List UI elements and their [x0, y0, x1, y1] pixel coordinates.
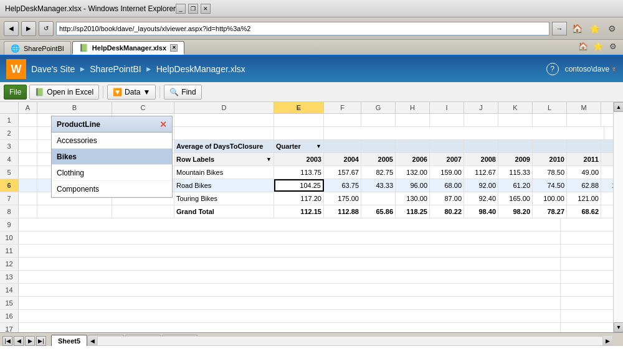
breadcrumb-site[interactable]: Dave's Site — [31, 64, 75, 74]
row-labels-dropdown-icon[interactable]: ▼ — [266, 156, 272, 162]
tab-sharepoint[interactable]: 🌐 SharePointBI — [4, 41, 71, 55]
cell-h1[interactable] — [396, 114, 430, 126]
cell-h4-2006[interactable]: 2006 — [396, 153, 430, 166]
sheet-first-button[interactable]: |◀ — [2, 336, 12, 346]
cell-j7-val[interactable]: 92.40 — [464, 192, 498, 205]
cell-e3-quarter[interactable]: Quarter ▼ — [274, 140, 324, 152]
cell-a1[interactable] — [19, 114, 37, 126]
vertical-scrollbar[interactable]: ▲ ▼ — [613, 102, 623, 332]
cell-i3[interactable] — [430, 140, 464, 152]
cell-i1[interactable] — [430, 114, 464, 126]
cell-d3-pivot-header[interactable]: Average of DaysToClosure — [174, 140, 274, 152]
cell-g6-val[interactable]: 43.33 — [361, 179, 396, 192]
cell-m7-val[interactable]: 121.00 — [567, 192, 601, 205]
cell-h3[interactable] — [396, 140, 430, 152]
cell-l8-val[interactable]: 78.27 — [533, 205, 567, 218]
cell-g4-2005[interactable]: 2005 — [361, 153, 396, 166]
col-header-j[interactable]: J — [464, 102, 498, 113]
cell-j4-2008[interactable]: 2008 — [464, 153, 498, 166]
cell-l5-val[interactable]: 78.50 — [533, 166, 567, 179]
cell-k8-val[interactable]: 98.20 — [498, 205, 533, 218]
refresh-button[interactable]: ↺ — [39, 21, 54, 36]
cell-m5-val[interactable]: 49.00 — [567, 166, 601, 179]
cell-e7-val[interactable]: 117.20 — [274, 192, 324, 205]
col-header-i[interactable]: I — [430, 102, 464, 113]
slicer-item-components[interactable]: Components — [52, 181, 172, 197]
cell-k5-val[interactable]: 115.33 — [498, 166, 533, 179]
cell-d6-road[interactable]: Road Bikes — [174, 179, 274, 192]
cell-a8[interactable] — [19, 205, 37, 218]
cell-a6[interactable] — [19, 179, 37, 192]
cell-rest-2[interactable] — [324, 127, 604, 139]
cell-a4[interactable] — [19, 153, 37, 166]
cell-g1[interactable] — [361, 114, 396, 126]
home-nav-icon[interactable]: 🏠 — [577, 40, 589, 52]
cell-j6-val[interactable]: 92.00 — [464, 179, 498, 192]
scroll-left-button[interactable]: ◀ — [88, 336, 98, 346]
cell-k3[interactable] — [498, 140, 533, 152]
cell-e6-val-selected[interactable]: 104.25 — [274, 179, 324, 192]
close-button[interactable]: ✕ — [201, 4, 211, 14]
cell-b8[interactable] — [37, 205, 112, 218]
cell-j5-val[interactable]: 112.67 — [464, 166, 498, 179]
cell-m1[interactable] — [567, 114, 601, 126]
helpdesk-tab-close[interactable]: ✕ — [170, 44, 178, 52]
col-header-l[interactable]: L — [533, 102, 567, 113]
sheet-last-button[interactable]: ▶| — [36, 336, 46, 346]
cell-k7-val[interactable]: 165.00 — [498, 192, 533, 205]
cell-m3[interactable] — [567, 140, 601, 152]
scroll-track[interactable] — [614, 112, 623, 322]
col-header-f[interactable]: F — [324, 102, 361, 113]
tab-helpdesk[interactable]: 📗 HelpDeskManager.xlsx ✕ — [72, 41, 184, 55]
cell-g8-val[interactable]: 65.86 — [361, 205, 396, 218]
cell-d1[interactable] — [174, 114, 274, 126]
horizontal-scrollbar[interactable]: ◀ ▶ — [87, 336, 613, 346]
go-button[interactable]: → — [552, 22, 567, 35]
cell-k4-2009[interactable]: 2009 — [498, 153, 533, 166]
col-header-h[interactable]: H — [396, 102, 430, 113]
cell-d4-row-labels[interactable]: Row Labels ▼ — [174, 153, 274, 166]
cell-g7-val[interactable] — [361, 192, 396, 205]
cell-m8-val[interactable]: 68.62 — [567, 205, 601, 218]
help-button[interactable]: ? — [546, 63, 559, 75]
slicer-item-accessories[interactable]: Accessories — [52, 133, 172, 149]
address-input[interactable] — [56, 22, 549, 35]
cell-i6-val[interactable]: 68.00 — [430, 179, 464, 192]
col-header-e[interactable]: E — [274, 102, 324, 113]
cell-c8[interactable] — [112, 205, 174, 218]
col-header-a[interactable]: A — [19, 102, 37, 113]
cell-h7-val[interactable]: 130.00 — [396, 192, 430, 205]
cell-h6-val[interactable]: 96.00 — [396, 179, 430, 192]
find-button[interactable]: 🔍 Find — [164, 85, 201, 100]
cell-e4-2003[interactable]: 2003 — [274, 153, 324, 166]
viewer-close-button[interactable]: ✕ — [610, 63, 618, 75]
restore-button[interactable]: ❐ — [188, 4, 198, 14]
cell-f3[interactable] — [324, 140, 361, 152]
col-header-k[interactable]: K — [498, 102, 533, 113]
cell-l1[interactable] — [533, 114, 567, 126]
file-button[interactable]: File — [4, 85, 27, 100]
forward-button[interactable]: ▶ — [21, 21, 36, 36]
col-header-c[interactable]: C — [112, 102, 174, 113]
sheet-tab-sheet5[interactable]: Sheet5 — [51, 335, 87, 346]
cell-d2[interactable] — [174, 127, 274, 139]
cell-f5-val[interactable]: 157.67 — [324, 166, 361, 179]
cell-l7-val[interactable]: 100.00 — [533, 192, 567, 205]
scroll-up-button[interactable]: ▲ — [614, 102, 623, 112]
sheet-prev-button[interactable]: ◀ — [14, 336, 24, 346]
quarter-dropdown-icon[interactable]: ▼ — [316, 143, 321, 149]
cell-d7-touring[interactable]: Touring Bikes — [174, 192, 274, 205]
col-header-g[interactable]: G — [361, 102, 396, 113]
breadcrumb-lib[interactable]: SharePointBI — [90, 64, 141, 74]
cell-e8-val[interactable]: 112.15 — [274, 205, 324, 218]
tools-nav-icon[interactable]: ⚙ — [607, 40, 619, 52]
cell-a2[interactable] — [19, 127, 37, 139]
cell-g3[interactable] — [361, 140, 396, 152]
cell-k6-val[interactable]: 61.20 — [498, 179, 533, 192]
minimize-button[interactable]: _ — [176, 4, 186, 14]
cell-f6-val[interactable]: 63.75 — [324, 179, 361, 192]
cell-j8-val[interactable]: 98.40 — [464, 205, 498, 218]
cell-i5-val[interactable]: 159.00 — [430, 166, 464, 179]
cell-h8-val[interactable]: 118.25 — [396, 205, 430, 218]
back-button[interactable]: ◀ — [4, 21, 19, 36]
